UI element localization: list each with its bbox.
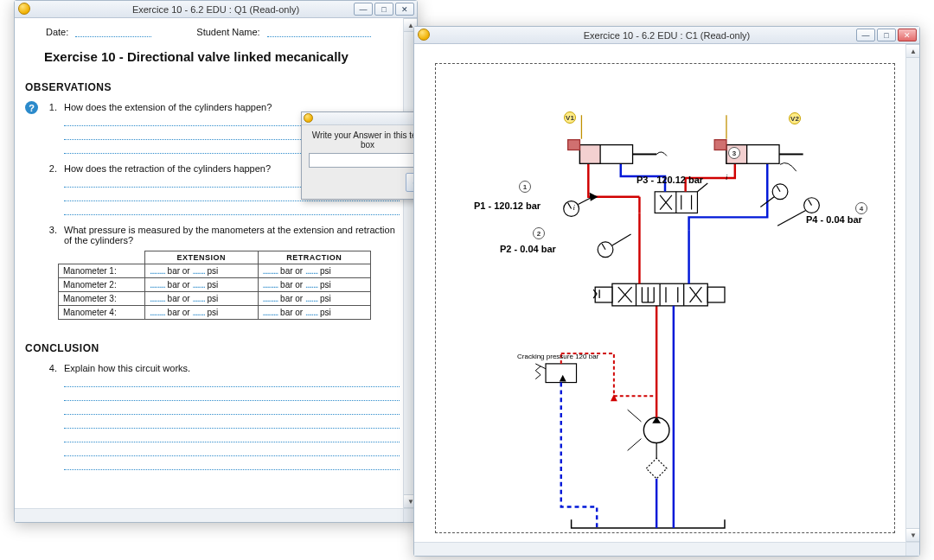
exercise-title: Exercise 10 - Directional valve linked m… bbox=[44, 49, 400, 64]
maximize-button[interactable]: □ bbox=[877, 29, 896, 41]
svg-rect-17 bbox=[707, 287, 725, 302]
q2-text: How does the retraction of the cylinders… bbox=[64, 163, 271, 174]
scrollbar-horizontal[interactable] bbox=[414, 542, 905, 556]
close-button[interactable]: ✕ bbox=[898, 29, 917, 41]
answer-line[interactable] bbox=[64, 461, 400, 470]
app-icon bbox=[304, 113, 313, 123]
window-controls: — □ ✕ bbox=[354, 3, 414, 16]
question-3: 3. What pressure is measured by the mano… bbox=[25, 225, 400, 245]
q1-text: How does the extension of the cylinders … bbox=[64, 102, 272, 112]
schematic-svg: i i bbox=[436, 64, 894, 532]
scrollbar-vertical[interactable]: ▲ ▼ bbox=[905, 44, 919, 542]
help-icon[interactable]: ? bbox=[25, 101, 38, 114]
titlebar[interactable]: Exercice 10 - 6.2 EDU : C1 (Read-only) —… bbox=[414, 27, 919, 44]
svg-line-3 bbox=[628, 439, 642, 451]
label-p1: P1 - 120.12 bar bbox=[474, 200, 541, 211]
scroll-up-icon[interactable]: ▲ bbox=[906, 44, 919, 58]
q1-number: 1. bbox=[45, 102, 57, 158]
answer-line[interactable] bbox=[64, 391, 400, 401]
answer-line[interactable] bbox=[64, 405, 400, 415]
popup-prompt: Write your Answer in this text box bbox=[309, 130, 426, 150]
node-2: 2 bbox=[533, 227, 545, 239]
student-name-input-line[interactable] bbox=[267, 27, 371, 37]
label-p3: P3 - 120.12 bar bbox=[637, 175, 703, 185]
q4-text: Explain how this circuit works. bbox=[64, 363, 190, 373]
minimize-button[interactable]: — bbox=[856, 29, 875, 41]
q3-text: What pressure is measured by the manomet… bbox=[64, 225, 395, 245]
scrollbar-horizontal[interactable] bbox=[15, 508, 403, 522]
svg-line-43 bbox=[777, 210, 806, 226]
col-extension: EXTENSION bbox=[145, 251, 259, 264]
worksheet-page: Date: Student Name: Exercise 10 - Direct… bbox=[25, 27, 400, 480]
window-controls: — □ ✕ bbox=[856, 29, 917, 41]
node-3: 3 bbox=[728, 147, 740, 159]
manometer-table: EXTENSION RETRACTION Manometer 1: ......… bbox=[58, 251, 371, 320]
worksheet-window: Exercice 10 - 6.2 EDU : Q1 (Read-only) —… bbox=[14, 0, 418, 523]
window-title: Exercice 10 - 6.2 EDU : C1 (Read-only) bbox=[584, 30, 751, 41]
svg-rect-16 bbox=[595, 287, 612, 302]
svg-rect-31 bbox=[568, 140, 580, 150]
svg-point-38 bbox=[598, 242, 613, 258]
scrollbar-corner bbox=[905, 542, 919, 556]
app-icon bbox=[18, 3, 30, 15]
cylinder-left bbox=[568, 140, 656, 164]
label-cracking-pressure: Cracking pressure 120 bar bbox=[517, 353, 598, 360]
answer-line[interactable] bbox=[64, 206, 400, 215]
table-row: Manometer 4: .......... bar or ........ … bbox=[59, 306, 371, 320]
svg-rect-35 bbox=[714, 140, 726, 150]
header-fields: Date: Student Name: bbox=[25, 27, 400, 37]
answer-input[interactable] bbox=[309, 153, 426, 168]
answer-line[interactable] bbox=[64, 378, 400, 387]
conclusion-heading: CONCLUSION bbox=[25, 342, 400, 354]
svg-line-39 bbox=[612, 234, 631, 245]
observations-heading: OBSERVATIONS bbox=[25, 81, 400, 93]
q2-number: 2. bbox=[45, 163, 57, 220]
close-button[interactable]: ✕ bbox=[395, 3, 414, 16]
table-row: Manometer 2: .......... bar or ........ … bbox=[59, 278, 371, 292]
window-title: Exercice 10 - 6.2 EDU : Q1 (Read-only) bbox=[132, 4, 299, 15]
answer-line[interactable] bbox=[64, 433, 400, 442]
scroll-down-icon[interactable]: ▼ bbox=[906, 528, 919, 542]
diagram-client: i i V1 V2 1 2 3 4 P1 - 120.12 bar P2 - 0… bbox=[414, 44, 919, 556]
date-input-line[interactable] bbox=[75, 27, 151, 37]
maximize-button[interactable]: □ bbox=[374, 3, 393, 16]
node-v1: V1 bbox=[564, 111, 576, 124]
date-label: Date: bbox=[46, 27, 68, 37]
col-retraction: RETRACTION bbox=[258, 251, 371, 264]
answer-line[interactable] bbox=[64, 447, 400, 456]
q4-number: 4. bbox=[45, 363, 57, 474]
titlebar[interactable]: Exercice 10 - 6.2 EDU : Q1 (Read-only) —… bbox=[15, 1, 417, 18]
svg-rect-29 bbox=[579, 145, 600, 164]
node-4: 4 bbox=[855, 202, 867, 214]
answer-line[interactable] bbox=[64, 419, 400, 429]
table-row: Manometer 3: .......... bar or ........ … bbox=[59, 292, 371, 306]
student-name-label: Student Name: bbox=[196, 27, 259, 37]
worksheet-client: Date: Student Name: Exercise 10 - Direct… bbox=[15, 18, 417, 522]
table-row: Manometer 1: .......... bar or ........ … bbox=[59, 264, 371, 278]
diagram-window: Exercice 10 - 6.2 EDU : C1 (Read-only) —… bbox=[413, 26, 920, 557]
question-4: 4. Explain how this circuit works. bbox=[25, 363, 400, 474]
hydraulic-schematic[interactable]: i i V1 V2 1 2 3 4 P1 - 120.12 bar P2 - 0… bbox=[435, 63, 895, 533]
svg-line-4 bbox=[628, 410, 642, 422]
label-p4: P4 - 0.04 bar bbox=[806, 214, 862, 225]
minimize-button[interactable]: — bbox=[354, 3, 373, 16]
q3-number: 3. bbox=[45, 225, 57, 245]
app-icon bbox=[418, 29, 430, 41]
node-1: 1 bbox=[519, 181, 531, 193]
label-p2: P2 - 0.04 bar bbox=[500, 244, 556, 254]
node-v2: V2 bbox=[789, 112, 801, 124]
